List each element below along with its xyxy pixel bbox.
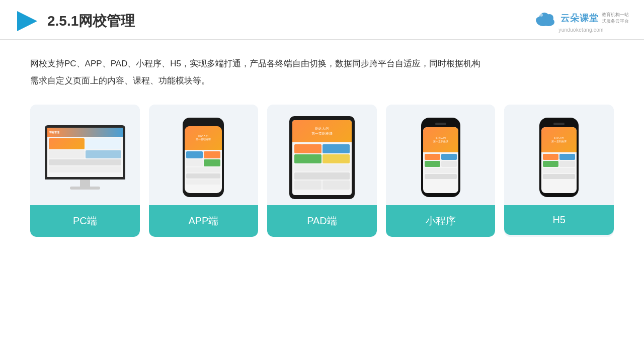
h5-screen-body [541,152,577,180]
svg-point-5 [545,14,553,22]
tablet-screen-body [292,142,352,192]
card-pc-label: PC端 [30,205,140,237]
description-text: 网校支持PC、APP、PAD、小程序、H5，实现多端打通，产品各终端自由切换，数… [30,55,614,89]
h5-block-2 [559,154,575,160]
h5-header-text: 职达人的第一堂职推课 [551,136,567,143]
card-pad-image: 职达人的第一堂职推课 [267,105,377,205]
phone-block-3 [186,159,203,166]
h5-phone-frame: 职达人的第一堂职推课 [539,118,579,197]
monitor-frame: 课程管理 [45,125,125,179]
mini-phone-screen: 职达人的第一堂职推课 [423,127,458,193]
card-h5-label: H5 [504,205,614,235]
tablet-block-6 [323,180,350,190]
phone-screen: 职达人的第一堂职推课 [185,126,222,193]
mini-header-text: 职达人的第一堂职推课 [433,136,448,143]
phone-block-1 [186,151,203,158]
card-pad-label: PAD端 [267,205,377,237]
card-app-label: APP端 [149,205,259,237]
tablet-header-text: 职达人的第一堂职推课 [311,126,333,136]
h5-block-4 [559,161,575,167]
logo-tagline: 教育机构一站 式服务云平台 [602,12,629,25]
tablet-block-2 [323,144,350,153]
mini-phone-frame: 职达人的第一堂职推课 [421,118,460,197]
tablet-block-1 [294,144,321,153]
mini-block-4 [441,161,457,167]
page-header: 2.5.1网校管理 云朵课堂 教育机构一站 式服务云平台 yunduoketan… [0,0,644,40]
card-mini-label: 小程序 [386,205,496,237]
mini-phone-notch [435,123,446,125]
card-pc-image: 课程管理 [30,105,140,205]
phone-block-4 [204,159,220,166]
h5-block-3 [543,161,558,167]
card-mini-image: 职达人的第一堂职推课 [386,105,496,205]
logo-cloud: 云朵课堂 教育机构一站 式服务云平台 [533,10,629,26]
mini-screen-body [423,152,458,180]
monitor-screen: 课程管理 [47,128,123,177]
app-phone-frame: 职达人的第一堂职推课 [183,118,224,197]
svg-point-6 [540,14,543,17]
svg-marker-0 [17,11,37,31]
card-mini: 职达人的第一堂职推课 小程序 [386,105,496,237]
phone-screen-header: 职达人的第一堂职推课 [185,126,222,150]
logo-area: 云朵课堂 教育机构一站 式服务云平台 yunduoketang.com [533,10,629,33]
h5-phone-screen: 职达人的第一堂职推课 [541,127,577,193]
logo-text: 云朵课堂 [560,12,599,24]
play-icon [15,9,39,33]
monitor-base [70,187,100,190]
tablet-block-4 [323,154,350,163]
h5-block-1 [543,154,558,160]
monitor-neck [80,179,90,187]
tablet-screen: 职达人的第一堂职推课 [292,120,352,195]
header-left: 2.5.1网校管理 [15,9,135,33]
cloud-icon [533,10,557,26]
card-app: 职达人的第一堂职推课 APP端 [149,105,259,237]
card-h5: 职达人的第一堂职推课 H5 [504,105,614,237]
cards-container: 课程管理 [30,105,614,237]
phone-screen-body [185,150,222,186]
mini-screen-header: 职达人的第一堂职推课 [423,127,458,152]
card-app-image: 职达人的第一堂职推课 [149,105,259,205]
tablet-frame: 职达人的第一堂职推课 [289,116,355,199]
card-pad: 职达人的第一堂职推课 [267,105,377,237]
pc-monitor: 课程管理 [45,125,125,190]
h5-phone-notch [553,123,565,125]
phone-header-text: 职达人的第一堂职推课 [196,134,211,141]
phone-block-2 [204,151,220,158]
mini-block-1 [425,154,440,160]
mini-block-3 [425,161,440,167]
logo-url: yunduoketang.com [558,27,603,33]
tablet-screen-header: 职达人的第一堂职推课 [292,120,352,143]
tablet-block-5 [294,180,321,190]
mini-block-2 [441,154,457,160]
main-content: 网校支持PC、APP、PAD、小程序、H5，实现多端打通，产品各终端自由切换，数… [0,40,644,247]
tablet-block-3 [294,154,321,163]
page-title: 2.5.1网校管理 [47,12,135,31]
card-h5-image: 职达人的第一堂职推课 [504,105,614,205]
card-pc: 课程管理 [30,105,140,237]
h5-screen-header: 职达人的第一堂职推课 [541,127,577,152]
phone-notch [197,122,209,125]
